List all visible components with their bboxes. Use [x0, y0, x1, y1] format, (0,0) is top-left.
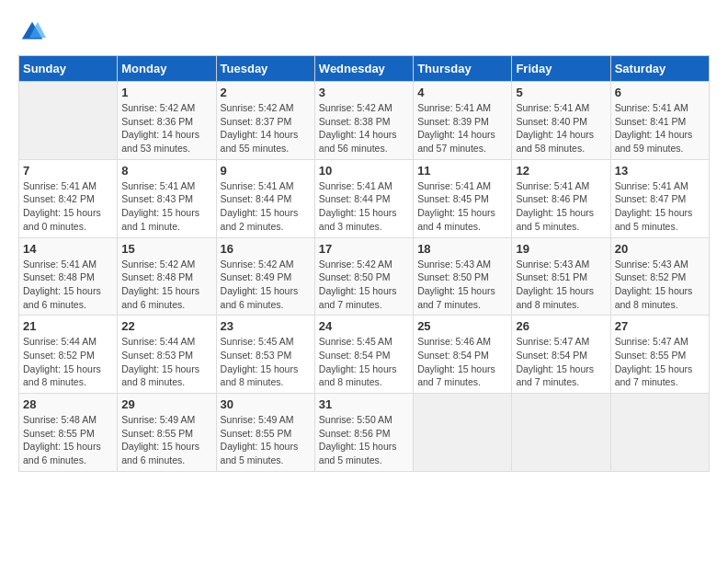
day-info: Sunrise: 5:41 AM Sunset: 8:42 PM Dayligh… [23, 179, 113, 234]
calendar-cell: 18Sunrise: 5:43 AM Sunset: 8:50 PM Dayli… [414, 237, 512, 316]
day-number: 5 [516, 86, 606, 99]
weekday-header-row: SundayMondayTuesdayWednesdayThursdayFrid… [19, 56, 710, 82]
day-info: Sunrise: 5:46 AM Sunset: 8:54 PM Dayligh… [417, 335, 507, 389]
calendar-table: SundayMondayTuesdayWednesdayThursdayFrid… [18, 55, 710, 472]
day-number: 3 [319, 86, 409, 99]
day-number: 8 [121, 164, 211, 178]
day-info: Sunrise: 5:41 AM Sunset: 8:45 PM Dayligh… [417, 179, 507, 234]
day-info: Sunrise: 5:44 AM Sunset: 8:53 PM Dayligh… [121, 335, 211, 389]
calendar-cell: 19Sunrise: 5:43 AM Sunset: 8:51 PM Dayli… [512, 237, 610, 316]
calendar-cell: 10Sunrise: 5:41 AM Sunset: 8:44 PM Dayli… [314, 159, 413, 237]
calendar-cell: 1Sunrise: 5:42 AM Sunset: 8:36 PM Daylig… [118, 82, 216, 160]
calendar-cell [414, 394, 512, 472]
calendar-cell: 31Sunrise: 5:50 AM Sunset: 8:56 PM Dayli… [314, 394, 413, 472]
calendar-cell: 15Sunrise: 5:42 AM Sunset: 8:48 PM Dayli… [118, 237, 216, 316]
day-info: Sunrise: 5:47 AM Sunset: 8:55 PM Dayligh… [615, 335, 705, 389]
day-number: 24 [319, 319, 409, 333]
day-info: Sunrise: 5:41 AM Sunset: 8:44 PM Dayligh… [221, 179, 311, 234]
day-number: 17 [319, 242, 409, 256]
calendar-cell: 30Sunrise: 5:49 AM Sunset: 8:55 PM Dayli… [216, 394, 314, 472]
day-info: Sunrise: 5:49 AM Sunset: 8:55 PM Dayligh… [121, 413, 211, 467]
day-number: 11 [417, 164, 507, 178]
calendar-week-row: 21Sunrise: 5:44 AM Sunset: 8:52 PM Dayli… [19, 316, 710, 394]
calendar-week-row: 28Sunrise: 5:48 AM Sunset: 8:55 PM Dayli… [19, 394, 710, 472]
day-info: Sunrise: 5:48 AM Sunset: 8:55 PM Dayligh… [23, 413, 113, 467]
calendar-cell [512, 394, 610, 472]
calendar-cell: 2Sunrise: 5:42 AM Sunset: 8:37 PM Daylig… [216, 82, 314, 160]
calendar-cell [610, 394, 709, 472]
day-info: Sunrise: 5:42 AM Sunset: 8:36 PM Dayligh… [121, 101, 211, 155]
calendar-cell: 23Sunrise: 5:45 AM Sunset: 8:53 PM Dayli… [216, 316, 314, 394]
day-info: Sunrise: 5:41 AM Sunset: 8:46 PM Dayligh… [516, 179, 606, 234]
day-info: Sunrise: 5:42 AM Sunset: 8:38 PM Dayligh… [319, 101, 409, 155]
day-number: 26 [516, 319, 606, 333]
weekday-header-saturday: Saturday [610, 56, 709, 82]
day-info: Sunrise: 5:47 AM Sunset: 8:54 PM Dayligh… [516, 335, 606, 389]
calendar-cell: 11Sunrise: 5:41 AM Sunset: 8:45 PM Dayli… [414, 159, 512, 237]
day-info: Sunrise: 5:49 AM Sunset: 8:55 PM Dayligh… [221, 413, 311, 467]
day-number: 27 [615, 319, 705, 333]
weekday-header-wednesday: Wednesday [314, 56, 413, 82]
calendar-week-row: 7Sunrise: 5:41 AM Sunset: 8:42 PM Daylig… [19, 159, 710, 237]
day-number: 23 [221, 319, 311, 333]
weekday-header-tuesday: Tuesday [216, 56, 314, 82]
day-number: 14 [23, 242, 113, 256]
logo [18, 18, 50, 46]
logo-icon [18, 18, 46, 46]
day-number: 29 [121, 397, 211, 411]
day-info: Sunrise: 5:42 AM Sunset: 8:37 PM Dayligh… [221, 101, 311, 155]
day-number: 30 [221, 397, 311, 411]
day-info: Sunrise: 5:43 AM Sunset: 8:50 PM Dayligh… [417, 258, 507, 312]
calendar-cell: 16Sunrise: 5:42 AM Sunset: 8:49 PM Dayli… [216, 237, 314, 316]
day-number: 18 [417, 242, 507, 256]
day-info: Sunrise: 5:41 AM Sunset: 8:47 PM Dayligh… [615, 179, 705, 234]
weekday-header-friday: Friday [512, 56, 610, 82]
calendar-cell: 17Sunrise: 5:42 AM Sunset: 8:50 PM Dayli… [314, 237, 413, 316]
day-info: Sunrise: 5:45 AM Sunset: 8:53 PM Dayligh… [221, 335, 311, 389]
day-info: Sunrise: 5:41 AM Sunset: 8:40 PM Dayligh… [516, 101, 606, 155]
day-info: Sunrise: 5:41 AM Sunset: 8:41 PM Dayligh… [615, 101, 705, 155]
calendar-cell: 25Sunrise: 5:46 AM Sunset: 8:54 PM Dayli… [414, 316, 512, 394]
day-info: Sunrise: 5:43 AM Sunset: 8:51 PM Dayligh… [516, 258, 606, 312]
calendar-week-row: 1Sunrise: 5:42 AM Sunset: 8:36 PM Daylig… [19, 82, 710, 160]
calendar-cell: 24Sunrise: 5:45 AM Sunset: 8:54 PM Dayli… [314, 316, 413, 394]
calendar-week-row: 14Sunrise: 5:41 AM Sunset: 8:48 PM Dayli… [19, 237, 710, 316]
page-header [18, 18, 710, 46]
day-info: Sunrise: 5:42 AM Sunset: 8:48 PM Dayligh… [121, 258, 211, 312]
day-number: 6 [615, 86, 705, 99]
calendar-cell: 20Sunrise: 5:43 AM Sunset: 8:52 PM Dayli… [610, 237, 709, 316]
calendar-cell: 3Sunrise: 5:42 AM Sunset: 8:38 PM Daylig… [314, 82, 413, 160]
day-info: Sunrise: 5:50 AM Sunset: 8:56 PM Dayligh… [319, 413, 409, 467]
day-number: 4 [417, 86, 507, 99]
calendar-cell: 21Sunrise: 5:44 AM Sunset: 8:52 PM Dayli… [19, 316, 118, 394]
day-number: 13 [615, 164, 705, 178]
calendar-cell: 14Sunrise: 5:41 AM Sunset: 8:48 PM Dayli… [19, 237, 118, 316]
calendar-cell: 4Sunrise: 5:41 AM Sunset: 8:39 PM Daylig… [414, 82, 512, 160]
day-number: 31 [319, 397, 409, 411]
day-number: 25 [417, 319, 507, 333]
calendar-cell: 22Sunrise: 5:44 AM Sunset: 8:53 PM Dayli… [118, 316, 216, 394]
calendar-cell: 8Sunrise: 5:41 AM Sunset: 8:43 PM Daylig… [118, 159, 216, 237]
calendar-cell: 26Sunrise: 5:47 AM Sunset: 8:54 PM Dayli… [512, 316, 610, 394]
day-number: 12 [516, 164, 606, 178]
day-info: Sunrise: 5:41 AM Sunset: 8:39 PM Dayligh… [417, 101, 507, 155]
day-number: 10 [319, 164, 409, 178]
day-info: Sunrise: 5:45 AM Sunset: 8:54 PM Dayligh… [319, 335, 409, 389]
calendar-cell: 28Sunrise: 5:48 AM Sunset: 8:55 PM Dayli… [19, 394, 118, 472]
calendar-cell [19, 82, 118, 160]
calendar-cell: 27Sunrise: 5:47 AM Sunset: 8:55 PM Dayli… [610, 316, 709, 394]
day-number: 21 [23, 319, 113, 333]
calendar-cell: 7Sunrise: 5:41 AM Sunset: 8:42 PM Daylig… [19, 159, 118, 237]
day-info: Sunrise: 5:41 AM Sunset: 8:48 PM Dayligh… [23, 258, 113, 312]
calendar-cell: 29Sunrise: 5:49 AM Sunset: 8:55 PM Dayli… [118, 394, 216, 472]
day-info: Sunrise: 5:41 AM Sunset: 8:44 PM Dayligh… [319, 179, 409, 234]
day-number: 28 [23, 397, 113, 411]
day-number: 15 [121, 242, 211, 256]
calendar-cell: 12Sunrise: 5:41 AM Sunset: 8:46 PM Dayli… [512, 159, 610, 237]
day-number: 9 [221, 164, 311, 178]
day-info: Sunrise: 5:41 AM Sunset: 8:43 PM Dayligh… [121, 179, 211, 234]
day-info: Sunrise: 5:44 AM Sunset: 8:52 PM Dayligh… [23, 335, 113, 389]
day-number: 2 [221, 86, 311, 99]
day-info: Sunrise: 5:43 AM Sunset: 8:52 PM Dayligh… [615, 258, 705, 312]
day-info: Sunrise: 5:42 AM Sunset: 8:49 PM Dayligh… [221, 258, 311, 312]
